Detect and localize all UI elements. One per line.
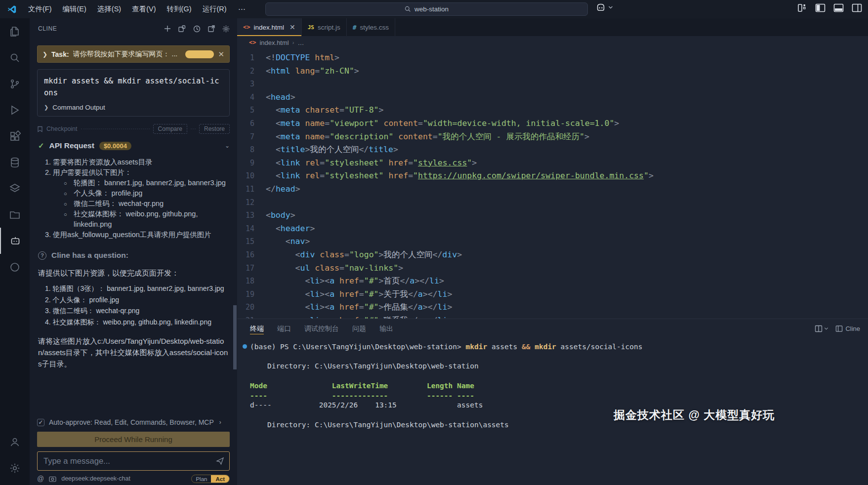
panel-tab-调试控制台[interactable]: 调试控制台 bbox=[304, 319, 339, 338]
message-input[interactable]: Type a message... bbox=[37, 451, 230, 471]
editor-tab-bar: <>index.html✕JSscript.js#styles.css bbox=[237, 18, 868, 36]
layers-icon[interactable] bbox=[0, 175, 30, 202]
task-close-icon[interactable]: ✕ bbox=[218, 50, 224, 59]
panel-tab-输出[interactable]: 输出 bbox=[379, 319, 393, 338]
screenshot-icon[interactable] bbox=[49, 476, 56, 482]
menu-item[interactable]: 文件(F) bbox=[23, 0, 57, 18]
line-number: 6 bbox=[237, 117, 266, 130]
line-number: 11 bbox=[237, 183, 266, 196]
new-task-icon[interactable] bbox=[164, 25, 171, 33]
sidebar-scrollbar[interactable] bbox=[233, 305, 237, 369]
auto-approve-checkbox[interactable]: ✓ bbox=[37, 419, 44, 426]
panel-tab-问题[interactable]: 问题 bbox=[352, 319, 366, 338]
cline-icon[interactable] bbox=[0, 228, 30, 254]
code-text: <link rel="stylesheet" href="https://unp… bbox=[266, 169, 654, 183]
plan-line: 微信二维码： wechat-qr.png bbox=[38, 199, 230, 209]
toggle-panel-icon[interactable] bbox=[833, 3, 844, 13]
code-text: <meta name="viewport" content="width=dev… bbox=[266, 117, 619, 130]
customize-layout-icon[interactable] bbox=[797, 3, 807, 13]
code-line: 16 <div class="logo">我的个人空间</div> bbox=[237, 248, 868, 262]
terminal-line: Directory: C:\Users\TangYijun\Desktop\we… bbox=[250, 420, 868, 430]
source-control-icon[interactable] bbox=[0, 71, 30, 97]
proceed-button[interactable]: Proceed While Running bbox=[37, 432, 230, 447]
compare-button[interactable]: Compare bbox=[153, 124, 187, 134]
breadcrumb-more[interactable]: … bbox=[297, 39, 304, 46]
plan-line: 1. 需要将图片资源放入assets目录 bbox=[38, 157, 230, 167]
terminal-line: ---- ------------- ------ ---- bbox=[250, 391, 868, 401]
command-output-toggle[interactable]: ❯ Command Output bbox=[44, 104, 223, 111]
plan-act-toggle[interactable]: Plan Act bbox=[191, 475, 230, 483]
panel-tab-端口[interactable]: 端口 bbox=[277, 319, 291, 338]
tab-index.html[interactable]: <>index.html✕ bbox=[237, 18, 302, 36]
auto-approve-row[interactable]: ✓ Auto-approve: Read, Edit, Commands, Br… bbox=[37, 418, 230, 426]
question-footer: 请将这些图片放入c:/Users/TangYijun/Desktop/web-s… bbox=[38, 335, 230, 369]
breadcrumb-separator: › bbox=[292, 40, 294, 45]
menu-item[interactable]: 转到(G) bbox=[162, 0, 197, 18]
breadcrumb-file[interactable]: index.html bbox=[259, 39, 289, 46]
tab-label: index.html bbox=[253, 24, 284, 31]
task-expand-chevron-icon[interactable]: ❯ bbox=[42, 51, 47, 58]
chevron-down-icon[interactable] bbox=[824, 326, 828, 331]
terminal-line: (base) PS C:\Users\TangYijun\Desktop\web… bbox=[250, 342, 868, 352]
chevron-down-icon bbox=[608, 5, 613, 10]
mcp-servers-icon[interactable] bbox=[178, 25, 186, 33]
explorer-icon[interactable] bbox=[0, 18, 30, 44]
line-number: 5 bbox=[237, 104, 266, 117]
breadcrumb[interactable]: <> index.html › … bbox=[237, 36, 868, 49]
code-text: <!DOCTYPE html> bbox=[266, 51, 339, 65]
menu-item[interactable]: 运行(R) bbox=[197, 0, 232, 18]
history-icon[interactable] bbox=[193, 25, 201, 33]
split-terminal-icon[interactable] bbox=[815, 325, 823, 332]
toggle-secondary-sidebar-icon[interactable] bbox=[852, 3, 862, 13]
toggle-primary-sidebar-icon[interactable] bbox=[815, 3, 826, 13]
panel-tab-终端[interactable]: 终端 bbox=[250, 319, 264, 338]
plan-mode-button[interactable]: Plan bbox=[192, 475, 211, 483]
menu-item[interactable]: 编辑(E) bbox=[57, 0, 92, 18]
terminal-profile-icon[interactable] bbox=[835, 325, 843, 332]
question-item: 3. 微信二维码： wechat-qr.png bbox=[38, 305, 237, 317]
terminal-cline-label[interactable]: Cline bbox=[845, 325, 860, 332]
restore-button[interactable]: Restore bbox=[199, 124, 230, 134]
vscode-logo-icon bbox=[7, 4, 17, 14]
database-icon[interactable] bbox=[0, 149, 30, 175]
remote-explorer-icon[interactable] bbox=[0, 202, 30, 228]
open-in-editor-icon[interactable] bbox=[207, 25, 215, 33]
js-file-icon: JS bbox=[308, 24, 314, 31]
copilot-menu[interactable] bbox=[595, 2, 613, 13]
terminal-line bbox=[250, 410, 868, 420]
search-sidebar-icon[interactable] bbox=[0, 44, 30, 71]
task-banner[interactable]: ❯ Task: 请你帮我按如下要求编写网页： ... ✕ bbox=[37, 45, 230, 63]
code-text: <title>我的个人空间</title> bbox=[266, 143, 398, 157]
act-mode-button[interactable]: Act bbox=[211, 475, 229, 483]
model-label[interactable]: deepseek:deepseek-chat bbox=[61, 475, 130, 482]
auto-approve-chevron-icon[interactable]: › bbox=[219, 419, 221, 426]
command-center-search[interactable]: web-station bbox=[265, 2, 588, 16]
panel-tab-bar: 终端端口调试控制台问题输出 Cline bbox=[237, 319, 868, 338]
line-number: 15 bbox=[237, 235, 266, 248]
menu-item[interactable]: 查看(V) bbox=[126, 0, 161, 18]
tab-close-icon[interactable]: ✕ bbox=[289, 23, 295, 31]
line-number: 10 bbox=[237, 169, 266, 183]
tab-script.js[interactable]: JSscript.js bbox=[302, 18, 347, 36]
account-icon[interactable] bbox=[0, 429, 30, 455]
continue-icon[interactable] bbox=[0, 254, 30, 280]
checkpoint-label: Checkpoint bbox=[46, 125, 78, 132]
check-icon: ✓ bbox=[38, 141, 44, 150]
code-line: 2<html lang="zh-CN"> bbox=[237, 65, 868, 78]
terminal-line bbox=[250, 371, 868, 381]
menu-more-button[interactable]: ⋯ bbox=[232, 5, 252, 14]
sidebar-settings-icon[interactable] bbox=[222, 25, 230, 33]
code-area[interactable]: 1<!DOCTYPE html>2<html lang="zh-CN">34<h… bbox=[237, 49, 868, 327]
settings-gear-icon[interactable] bbox=[0, 455, 30, 481]
extensions-icon[interactable] bbox=[0, 123, 30, 149]
mention-icon[interactable]: @ bbox=[37, 475, 44, 483]
collapse-chevron-icon[interactable]: ⌄ bbox=[225, 142, 230, 149]
api-cost-badge: $0.0004 bbox=[99, 142, 131, 150]
menu-item[interactable]: 选择(S) bbox=[92, 0, 126, 18]
run-debug-icon[interactable] bbox=[0, 97, 30, 123]
line-number: 2 bbox=[237, 65, 266, 78]
send-icon[interactable] bbox=[216, 457, 224, 465]
tab-styles.css[interactable]: #styles.css bbox=[347, 18, 395, 36]
code-line: 8 <title>我的个人空间</title> bbox=[237, 143, 868, 157]
api-request-row[interactable]: ✓ API Request $0.0004 ⌄ bbox=[38, 141, 230, 150]
